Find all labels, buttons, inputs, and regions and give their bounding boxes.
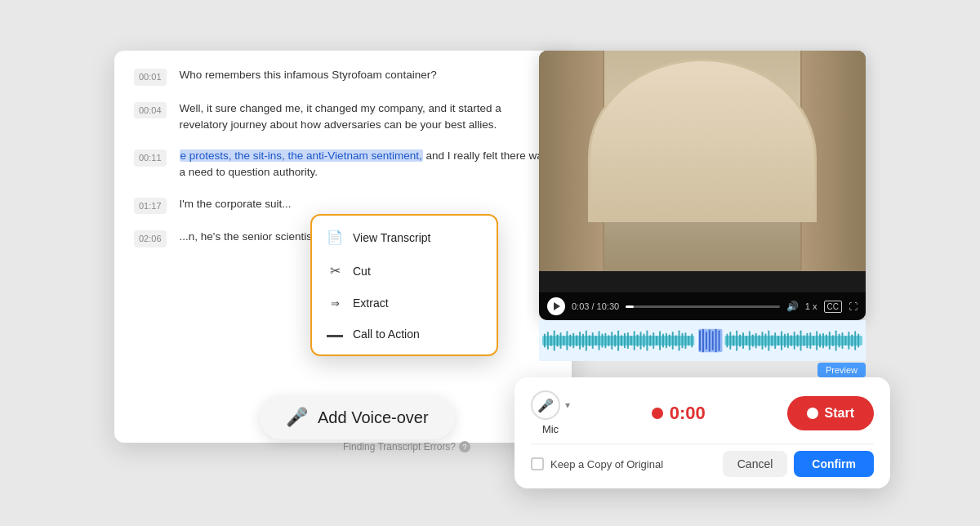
svg-rect-98 — [858, 334, 859, 348]
menu-item-call-to-action[interactable]: ▬▬ Call to Action — [312, 319, 497, 350]
volume-icon[interactable]: 🔊 — [786, 301, 799, 312]
menu-item-label: Cut — [353, 265, 371, 278]
svg-rect-15 — [589, 335, 590, 345]
svg-rect-47 — [691, 334, 693, 348]
play-button[interactable] — [547, 297, 565, 315]
mic-button[interactable]: 🎤 — [531, 390, 560, 420]
svg-rect-93 — [842, 332, 844, 349]
svg-rect-71 — [771, 335, 773, 345]
svg-rect-73 — [777, 336, 779, 345]
svg-rect-64 — [749, 331, 751, 350]
mic-label: Mic — [542, 423, 559, 435]
svg-rect-82 — [806, 333, 808, 348]
help-icon[interactable]: ? — [459, 441, 470, 452]
progress-bar[interactable] — [626, 305, 780, 308]
svg-rect-25 — [621, 335, 622, 345]
waveform-svg — [542, 323, 862, 358]
recording-top: 🎤 ▾ Mic 0:00 Start — [531, 390, 874, 435]
svg-rect-17 — [595, 336, 597, 345]
transcript-text: I'm the corporate suit... — [180, 196, 552, 212]
svg-rect-58 — [729, 332, 731, 350]
context-menu: 📄 View Transcript ✂ Cut ⇒ Extract ▬▬ Cal… — [310, 214, 498, 356]
cancel-button[interactable]: Cancel — [723, 451, 788, 477]
svg-rect-90 — [832, 335, 834, 345]
svg-rect-43 — [679, 330, 680, 350]
menu-item-cut[interactable]: ✂ Cut — [312, 254, 497, 288]
svg-rect-23 — [614, 334, 616, 346]
svg-rect-57 — [726, 334, 728, 348]
start-button[interactable]: Start — [787, 396, 874, 430]
svg-rect-53 — [712, 331, 714, 350]
add-voiceover-label: Add Voice-over — [318, 408, 429, 427]
transcript-text: Well, it sure changed me, it changed my … — [180, 100, 552, 134]
svg-rect-36 — [656, 336, 657, 345]
svg-rect-88 — [826, 334, 827, 346]
timestamp: 00:04 — [134, 102, 167, 119]
svg-rect-55 — [719, 330, 720, 350]
action-buttons: Cancel Confirm — [723, 451, 874, 477]
mic-btn-row: 🎤 ▾ — [531, 390, 570, 420]
svg-rect-52 — [709, 330, 710, 352]
confirm-button[interactable]: Confirm — [794, 451, 874, 477]
curtain-scene — [539, 51, 866, 271]
speed-button[interactable]: 1 x — [805, 301, 817, 311]
scissors-icon: ✂ — [327, 263, 343, 279]
svg-rect-81 — [803, 335, 804, 345]
svg-rect-27 — [627, 332, 629, 349]
checkbox-icon — [531, 457, 544, 470]
svg-rect-77 — [791, 335, 792, 345]
arch-decoration — [588, 59, 817, 222]
svg-rect-11 — [576, 335, 577, 345]
svg-rect-54 — [715, 329, 717, 353]
svg-rect-75 — [784, 334, 786, 348]
mic-icon: 🎤 — [286, 407, 308, 428]
svg-rect-91 — [835, 330, 837, 350]
menu-item-label: Call to Action — [353, 328, 420, 341]
svg-rect-89 — [829, 332, 831, 350]
svg-rect-80 — [800, 330, 802, 350]
svg-rect-8 — [566, 331, 568, 350]
add-voiceover-button[interactable]: 🎤 Add Voice-over — [260, 395, 455, 439]
timestamp: 00:11 — [134, 149, 167, 167]
svg-rect-85 — [816, 331, 817, 350]
recording-dot-icon — [652, 408, 663, 419]
svg-rect-31 — [640, 332, 642, 350]
transcript-text: e protests, the sit-ins, the anti-Vietna… — [180, 148, 552, 181]
svg-rect-49 — [699, 330, 701, 350]
svg-rect-44 — [682, 333, 684, 348]
svg-rect-21 — [608, 335, 609, 345]
svg-rect-61 — [739, 334, 741, 346]
svg-rect-84 — [813, 336, 814, 345]
svg-rect-1 — [544, 334, 546, 348]
start-rec-icon — [807, 408, 818, 419]
svg-rect-97 — [854, 331, 856, 350]
svg-rect-14 — [586, 330, 587, 350]
menu-item-view-transcript[interactable]: 📄 View Transcript — [312, 221, 497, 254]
svg-rect-72 — [774, 332, 776, 349]
menu-item-extract[interactable]: ⇒ Extract — [312, 288, 497, 319]
video-frame — [539, 51, 866, 271]
recording-bottom: Keep a Copy of Original Cancel Confirm — [531, 444, 874, 477]
mic-icon: 🎤 — [537, 398, 554, 413]
svg-rect-51 — [706, 332, 707, 350]
svg-rect-4 — [554, 330, 555, 350]
svg-rect-28 — [630, 336, 632, 345]
preview-badge[interactable]: Preview — [817, 363, 866, 377]
main-container: 00:01 Who remembers this infamous Styrof… — [114, 51, 866, 475]
svg-rect-3 — [550, 335, 552, 345]
cc-button[interactable]: CC — [824, 301, 842, 313]
timestamp: 01:17 — [134, 198, 167, 215]
play-icon — [554, 302, 560, 310]
svg-rect-2 — [547, 332, 549, 350]
cta-icon: ▬▬ — [327, 330, 343, 339]
svg-rect-62 — [742, 332, 744, 349]
menu-item-label: View Transcript — [353, 231, 430, 244]
chevron-down-icon[interactable]: ▾ — [565, 399, 570, 411]
svg-rect-13 — [582, 334, 584, 348]
svg-rect-22 — [611, 332, 612, 350]
svg-rect-24 — [617, 330, 619, 350]
fullscreen-button[interactable]: ⛶ — [849, 301, 858, 311]
extract-icon: ⇒ — [327, 297, 343, 310]
start-label: Start — [825, 406, 854, 421]
keep-copy-checkbox[interactable]: Keep a Copy of Original — [531, 457, 663, 470]
